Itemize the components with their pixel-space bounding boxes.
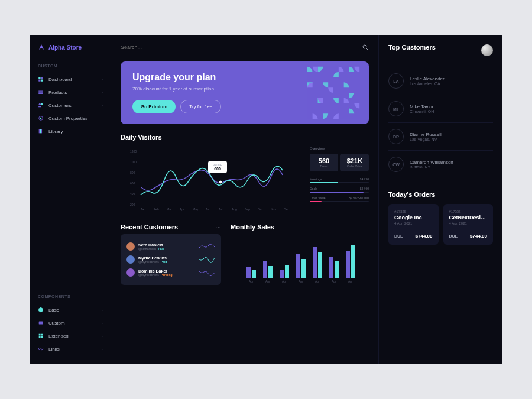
todays-orders-title: Today's Orders [388,191,493,198]
sidebar-item-customers[interactable]: Customers › [30,99,111,112]
more-icon[interactable]: ⋯ [215,224,221,231]
logo-icon [38,44,45,51]
monthly-sales-chart: Apr Apr Apr Apr Apr Apr Apr [231,236,369,284]
svg-text:Apr: Apr [282,280,287,283]
svg-text:Aug: Aug [232,207,237,211]
monthly-sales-title: Monthly Sales [231,223,369,231]
chevron-right-icon: › [102,334,103,338]
chevron-right-icon: › [102,321,103,325]
svg-text:Apr: Apr [249,280,254,283]
nav-label: Base [48,307,59,313]
svg-text:Apr: Apr [265,280,270,283]
logo[interactable]: Alpha Store [30,44,111,51]
upgrade-banner: Upgrade your plan 70% discount for 1 yea… [121,61,369,124]
svg-rect-0 [38,77,40,79]
svg-rect-35 [263,261,267,278]
search-icon[interactable] [362,44,369,51]
try-free-button[interactable]: Try for free [180,100,221,113]
svg-text:Sep: Sep [245,207,250,211]
svg-rect-45 [318,252,322,278]
svg-text:Apr: Apr [315,280,320,283]
search-bar [121,44,369,51]
sidebar-item-dashboard[interactable]: Dashboard › [30,73,111,86]
svg-point-5 [41,103,43,105]
customer-initials: MT [388,101,404,116]
svg-text:Oct: Oct [258,207,262,211]
svg-text:Mar: Mar [167,207,172,211]
sidebar-item-products[interactable]: Products › [30,86,111,99]
svg-text:Jan: Jan [141,207,145,211]
overview-panel: Overview 560 Deals $21K Order Value Meet… [310,147,369,214]
svg-rect-41 [296,254,300,278]
recent-customers-section: Recent Customers ⋯ Seth Daniels @sethdan… [121,223,221,286]
nav-label: Custom [48,320,65,326]
top-customer-row[interactable]: CW Cameron WilliamsonBuffalo, NY [388,151,493,178]
svg-text:Apr: Apr [299,280,303,283]
order-card[interactable]: #17335 GetNextDesign 4 Apr, 2021 DUE$744… [443,204,494,245]
links-icon [38,346,44,352]
sidebar-item-library[interactable]: Library [30,125,111,138]
custom-icon [38,320,44,326]
user-avatar[interactable] [481,44,493,56]
chevron-right-icon: › [102,90,103,94]
sidebar-item-custom[interactable]: Custom › [30,316,111,329]
svg-point-12 [363,45,366,48]
go-premium-button[interactable]: Go Primium [132,100,176,113]
customer-initials: CW [388,157,404,172]
svg-rect-38 [280,270,284,278]
sidebar: Alpha Store CUSTOM Dashboard › Products … [30,35,111,364]
library-icon [38,128,44,134]
customer-row[interactable]: Myrtle Perkins @myrtleperkinsPaid [126,253,215,266]
app-root: Alpha Store CUSTOM Dashboard › Products … [30,35,502,364]
svg-rect-44 [313,247,317,278]
nav-label: Customers [48,103,72,108]
tooltip-value: 600 [214,167,221,171]
svg-rect-36 [268,266,273,278]
top-customer-row[interactable]: DR Dianne RussellLas Vegas, NV [388,123,493,151]
search-input[interactable] [121,44,239,50]
svg-text:Apr: Apr [180,207,184,211]
visitors-section: 1200 1000 800 600 400 200 JanFebMarAprMa… [121,147,369,214]
dashboard-icon [38,76,44,82]
customer-row[interactable]: Dominic Baker @myrtleperkinsPending [126,266,215,279]
svg-rect-48 [335,261,339,278]
svg-text:Apr: Apr [348,280,353,283]
sparkline-icon [199,269,215,276]
products-icon [38,89,44,95]
sidebar-item-links[interactable]: Links › [30,342,111,355]
sidebar-section-components: COMPONENTS [30,294,111,299]
monthly-sales-section: Monthly Sales Apr Apr Apr Apr Apr Apr Ap… [231,223,369,286]
svg-rect-50 [346,251,350,278]
top-customer-row[interactable]: LA Leslie AlexanderLos Angeles, CA [388,67,493,95]
svg-text:Jun: Jun [206,207,210,211]
top-customers-title: Top Customers [388,44,436,51]
sparkline-icon [199,256,215,263]
svg-rect-51 [351,245,355,278]
daily-visitors-title: Daily Visitors [121,134,369,141]
svg-rect-3 [41,79,43,81]
sidebar-item-extended[interactable]: Extended › [30,329,111,342]
chevron-right-icon: › [102,103,103,107]
svg-rect-10 [41,129,42,134]
sidebar-item-base[interactable]: Base › [30,303,111,316]
bottom-row: Recent Customers ⋯ Seth Daniels @sethdan… [121,223,369,286]
chevron-right-icon: › [102,347,103,351]
progress-meetings: Meetings24 / 50 [310,177,369,183]
svg-text:200: 200 [130,203,135,206]
progress-order-value: Order Value$920 / $80.000 [310,196,369,202]
svg-text:600: 600 [130,181,135,185]
top-customer-row[interactable]: MT Mike TaylorCinceniti, OH [388,95,493,123]
progress-deals: Deals82 / 90 [310,187,369,193]
avatar [126,255,135,264]
svg-text:1200: 1200 [130,150,137,153]
avatar [126,242,135,251]
todays-orders-section: Today's Orders #17335 Google Inc 4 Apr, … [388,191,493,245]
svg-rect-11 [39,322,43,325]
sidebar-item-custom-properties[interactable]: Custom Properties [30,112,111,125]
order-card[interactable]: #17335 Google Inc 4 Apr, 2021 DUE$744.00 [388,204,439,245]
sidebar-section-custom: CUSTOM [30,64,111,68]
svg-rect-9 [40,129,41,134]
main-content: Upgrade your plan 70% discount for 1 yea… [111,35,378,364]
customer-row[interactable]: Seth Daniels @sethdanielsPaid [126,240,215,253]
customer-initials: DR [388,129,404,144]
